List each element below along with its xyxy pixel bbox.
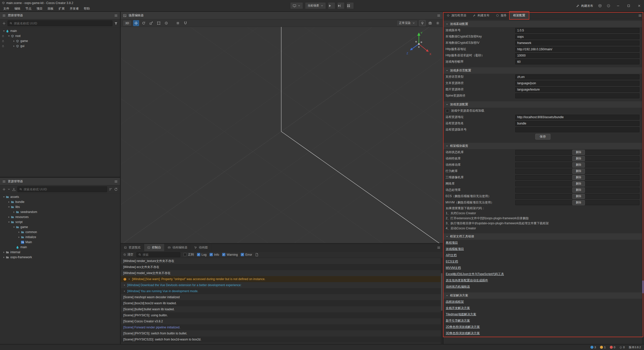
filter-Warning[interactable]: ✓Warning	[222, 253, 238, 256]
assets-node-assets[interactable]: assets	[0, 194, 120, 199]
assets-node-seedrandom[interactable]: seedrandom	[0, 209, 120, 214]
section-框架解决方案[interactable]: 框架解决方案	[444, 292, 642, 299]
assets-node-resources[interactable]: resources	[0, 214, 120, 220]
snap-toggle[interactable]	[182, 20, 188, 26]
menu-扩展[interactable]: 扩展	[56, 6, 67, 11]
camera-preview-toggle[interactable]	[427, 20, 433, 26]
inspector-options-icon[interactable]	[638, 14, 642, 17]
lock-icon[interactable]	[2, 45, 4, 47]
expand-toggle-icon[interactable]	[2, 251, 6, 254]
link-2D角色扮演游戏解决方案[interactable]: 2D角色扮演游戏解决方案	[446, 325, 480, 329]
delete-module-button[interactable]: 删除	[572, 188, 585, 193]
inspector-tab-属性检查器[interactable]: 属性检查器	[444, 12, 470, 19]
regex-toggle[interactable]: 正则	[183, 252, 194, 257]
assets-options-icon[interactable]	[114, 180, 118, 183]
assets-node-script[interactable]: script	[0, 220, 120, 225]
help-icon[interactable]: ?	[607, 4, 610, 8]
regex-checkbox[interactable]	[183, 253, 187, 256]
field-input[interactable]	[515, 53, 639, 58]
console-tab-资源预览[interactable]: 资源预览	[121, 244, 144, 251]
assets-node-oops-framework[interactable]: oops-framework	[0, 255, 120, 260]
scene-options-icon[interactable]	[437, 14, 440, 17]
menu-节点[interactable]: 节点	[23, 6, 34, 11]
notification-badge[interactable]: 0	[619, 346, 625, 349]
save-button[interactable]: 保存	[535, 134, 550, 140]
menu-开发者[interactable]: 开发者	[67, 6, 81, 11]
assets-node-game[interactable]: game	[0, 225, 120, 230]
menu-帮助[interactable]: 帮助	[82, 6, 92, 11]
expand-toggle-icon[interactable]	[2, 256, 6, 259]
move-tool[interactable]	[133, 20, 139, 26]
delete-module-button[interactable]: 删除	[572, 162, 585, 167]
expand-log-icon[interactable]	[123, 284, 126, 286]
expand-log-icon[interactable]	[123, 290, 126, 292]
assets-node-libs[interactable]: libs	[0, 204, 120, 209]
expand-toggle-icon[interactable]	[7, 201, 11, 203]
filter-Info[interactable]: ✓Info	[210, 253, 219, 256]
expand-toggle-icon[interactable]	[12, 211, 16, 213]
field-input[interactable]	[515, 127, 639, 132]
menu-面板[interactable]: 面板	[45, 6, 56, 11]
delete-module-button[interactable]: 删除	[572, 150, 585, 155]
scrollbar-thumb[interactable]	[441, 273, 442, 311]
menu-编辑[interactable]: 编辑	[12, 6, 23, 11]
link-3D角色扮演游戏解决方案[interactable]: 3D角色扮演游戏解决方案	[446, 331, 480, 335]
scene-settings-icon[interactable]	[435, 20, 441, 26]
hierarchy-node-main[interactable]: main	[0, 28, 120, 33]
scale-tool[interactable]	[148, 20, 154, 26]
link-动画状态机编辑器[interactable]: 动画状态机编辑器	[446, 285, 470, 289]
rotate-tool[interactable]	[141, 20, 147, 26]
expand-toggle-icon[interactable]	[12, 45, 16, 48]
import-asset-button[interactable]	[12, 188, 16, 191]
link-新手引导解决方案[interactable]: 新手引导解决方案	[446, 319, 470, 323]
lock-icon[interactable]	[2, 35, 4, 37]
inspector-tab-服务[interactable]: 服务	[493, 12, 510, 19]
sort-assets-icon[interactable]	[109, 188, 112, 191]
step-button[interactable]	[337, 2, 345, 9]
filter-Log[interactable]: ✓Log	[197, 253, 207, 256]
expand-toggle-icon[interactable]	[12, 40, 16, 42]
build-publish-button[interactable]: 构建发布	[576, 4, 593, 8]
minimize-button[interactable]	[615, 4, 621, 8]
assets-search-input[interactable]	[24, 188, 105, 191]
console-tab-动画编辑器[interactable]: 动画编辑器	[165, 244, 191, 251]
menu-文件[interactable]: 文件	[1, 6, 12, 11]
assets-node-internal[interactable]: internal	[0, 250, 120, 255]
link-游戏模板项目[interactable]: 游戏模板项目	[446, 247, 464, 251]
field-input[interactable]	[515, 74, 639, 79]
grid-snap-toggle[interactable]	[175, 20, 181, 26]
hierarchy-options-icon[interactable]	[114, 14, 118, 17]
warning-count-badge[interactable]: 1	[600, 346, 606, 349]
delete-module-button[interactable]: 删除	[572, 194, 585, 199]
panel-menu-icon[interactable]	[2, 180, 6, 183]
scene-viewport[interactable]: Y X Z	[121, 27, 443, 243]
close-button[interactable]	[636, 4, 642, 8]
error-count-badge[interactable]: 0	[610, 346, 615, 349]
assets-node-bundle[interactable]: bundle	[0, 199, 120, 204]
filter-checkbox[interactable]: ✓	[222, 253, 225, 256]
package-icon[interactable]	[598, 4, 602, 8]
link-Tiledmap地图解决方案[interactable]: Tiledmap地图解决方案	[446, 312, 476, 317]
play-button[interactable]	[328, 2, 335, 9]
field-input[interactable]	[515, 115, 639, 120]
inspector-tab-构建发布[interactable]: 构建发布	[470, 12, 493, 19]
field-input[interactable]	[515, 93, 639, 98]
delete-module-button[interactable]: 删除	[572, 200, 585, 205]
hierarchy-node-gui[interactable]: gui	[0, 43, 120, 49]
clear-console-button[interactable]: 清空	[123, 252, 133, 257]
console-options-icon[interactable]	[437, 246, 440, 249]
log-file-icon[interactable]	[255, 253, 259, 256]
delete-module-button[interactable]: 删除	[572, 181, 585, 186]
log-count-badge[interactable]: 3	[590, 346, 596, 349]
filter-checkbox[interactable]: ✓	[210, 253, 213, 256]
field-input[interactable]	[515, 28, 639, 33]
field-input[interactable]	[515, 59, 639, 64]
field-input[interactable]	[515, 47, 639, 52]
layout-button[interactable]	[347, 2, 354, 9]
assets-node-main[interactable]: main	[0, 245, 120, 250]
inspector-scrollbar[interactable]	[642, 19, 644, 344]
field-input[interactable]	[515, 87, 639, 92]
create-asset-caret-icon[interactable]	[8, 188, 10, 191]
delete-module-button[interactable]: 删除	[572, 169, 585, 174]
assets-search[interactable]	[17, 186, 107, 192]
